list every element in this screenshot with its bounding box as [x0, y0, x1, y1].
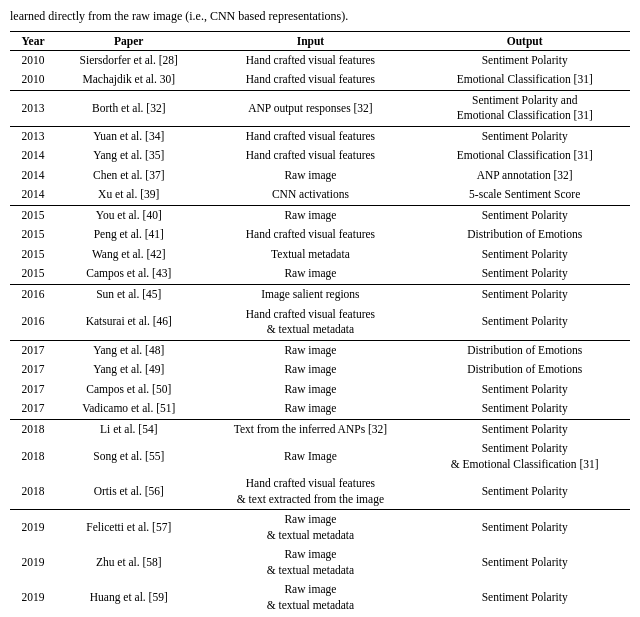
- cell-paper: Xu et al. [39]: [56, 185, 201, 205]
- cell-output: Sentiment Polarity: [419, 126, 630, 146]
- col-header-input: Input: [201, 31, 419, 50]
- cell-output: Distribution of Emotions: [419, 360, 630, 380]
- cell-paper: Ortis et al. [56]: [56, 474, 201, 510]
- cell-paper: Huang et al. [59]: [56, 580, 201, 615]
- cell-output: Sentiment Polarity: [419, 50, 630, 70]
- cell-paper: Campos et al. [43]: [56, 264, 201, 284]
- cell-input: Raw image: [201, 205, 419, 225]
- cell-output: Sentiment Polarity: [419, 474, 630, 510]
- cell-year: 2015: [10, 264, 56, 284]
- cell-input: Image salient regions: [201, 284, 419, 304]
- cell-input: Raw image& textual metadata: [201, 545, 419, 580]
- cell-paper: Sun et al. [45]: [56, 284, 201, 304]
- cell-paper: Campos et al. [50]: [56, 380, 201, 400]
- cell-input: Raw image& textual metadata: [201, 580, 419, 615]
- cell-paper: Song et al. [55]: [56, 439, 201, 474]
- cell-output: Distribution of Emotions: [419, 340, 630, 360]
- cell-input: Textual metadata: [201, 245, 419, 265]
- cell-output: Sentiment Polarity: [419, 205, 630, 225]
- table-row: 2013Borth et al. [32]ANP output response…: [10, 90, 630, 126]
- cell-input: Raw image: [201, 380, 419, 400]
- cell-paper: You et al. [40]: [56, 205, 201, 225]
- cell-year: 2013: [10, 126, 56, 146]
- cell-paper: Felicetti et al. [57]: [56, 510, 201, 546]
- cell-paper: Yang et al. [49]: [56, 360, 201, 380]
- table-row: 2014Chen et al. [37]Raw imageANP annotat…: [10, 166, 630, 186]
- cell-output: 5-scale Sentiment Score: [419, 185, 630, 205]
- cell-output: Sentiment Polarity& Emotional Classifica…: [419, 439, 630, 474]
- cell-year: 2017: [10, 340, 56, 360]
- cell-year: 2015: [10, 225, 56, 245]
- cell-year: 2015: [10, 205, 56, 225]
- cell-paper: Vadicamo et al. [51]: [56, 399, 201, 419]
- cell-paper: Wang et al. [42]: [56, 245, 201, 265]
- table-row: 2019Felicetti et al. [57]Raw image& text…: [10, 510, 630, 546]
- cell-input: Raw image: [201, 360, 419, 380]
- cell-output: Emotional Classification [31]: [419, 146, 630, 166]
- cell-paper: Zhu et al. [58]: [56, 545, 201, 580]
- table-row: 2013Yuan et al. [34]Hand crafted visual …: [10, 126, 630, 146]
- cell-year: 2014: [10, 146, 56, 166]
- table-row: 2017Vadicamo et al. [51]Raw imageSentime…: [10, 399, 630, 419]
- papers-table: Year Paper Input Output 2010Siersdorfer …: [10, 31, 630, 617]
- table-row: 2017Campos et al. [50]Raw imageSentiment…: [10, 380, 630, 400]
- table-row: 2019Zhu et al. [58]Raw image& textual me…: [10, 545, 630, 580]
- table-header-row: Year Paper Input Output: [10, 31, 630, 50]
- cell-year: 2015: [10, 245, 56, 265]
- cell-output: Sentiment Polarity: [419, 580, 630, 615]
- cell-year: 2016: [10, 305, 56, 341]
- cell-paper: Katsurai et al. [46]: [56, 305, 201, 341]
- cell-output: ANP annotation [32]: [419, 166, 630, 186]
- table-row: 2018Li et al. [54]Text from the inferred…: [10, 419, 630, 439]
- cell-input: ANP output responses [32]: [201, 90, 419, 126]
- cell-output: Sentiment Polarity: [419, 510, 630, 546]
- table-row: 2016Sun et al. [45]Image salient regions…: [10, 284, 630, 304]
- cell-year: 2018: [10, 439, 56, 474]
- cell-output: Distribution of Emotions: [419, 225, 630, 245]
- cell-year: 2017: [10, 360, 56, 380]
- cell-input: Hand crafted visual features: [201, 50, 419, 70]
- cell-year: 2018: [10, 419, 56, 439]
- table-row: 2014Xu et al. [39]CNN activations5-scale…: [10, 185, 630, 205]
- table-row: 2016Katsurai et al. [46]Hand crafted vis…: [10, 305, 630, 341]
- cell-year: 2013: [10, 90, 56, 126]
- cell-output: Sentiment Polarity: [419, 399, 630, 419]
- table-row: 2018Ortis et al. [56]Hand crafted visual…: [10, 474, 630, 510]
- table-row: 2019Huang et al. [59]Raw image& textual …: [10, 580, 630, 615]
- cell-input: Raw image: [201, 399, 419, 419]
- table-row: 2018Song et al. [55]Raw ImageSentiment P…: [10, 439, 630, 474]
- cell-paper: Siersdorfer et al. [28]: [56, 50, 201, 70]
- cell-output: Emotional Classification [31]: [419, 70, 630, 90]
- cell-input: Hand crafted visual features: [201, 70, 419, 90]
- cell-output: Sentiment Polarity: [419, 305, 630, 341]
- cell-year: 2010: [10, 70, 56, 90]
- cell-output: Sentiment Polarity: [419, 380, 630, 400]
- table-row: 2010Machajdik et al. 30]Hand crafted vis…: [10, 70, 630, 90]
- cell-input: Raw image& textual metadata: [201, 510, 419, 546]
- table-row: 2017Yang et al. [48]Raw imageDistributio…: [10, 340, 630, 360]
- cell-input: Hand crafted visual features& text extra…: [201, 474, 419, 510]
- cell-input: Raw image: [201, 264, 419, 284]
- cell-year: 2019: [10, 580, 56, 615]
- cell-input: Hand crafted visual features: [201, 146, 419, 166]
- cell-input: Hand crafted visual features: [201, 225, 419, 245]
- cell-input: Hand crafted visual features: [201, 126, 419, 146]
- cell-paper: Machajdik et al. 30]: [56, 70, 201, 90]
- cell-paper: Yang et al. [48]: [56, 340, 201, 360]
- cell-year: 2019: [10, 545, 56, 580]
- cell-output: Sentiment Polarity: [419, 419, 630, 439]
- table-row: 2015Campos et al. [43]Raw imageSentiment…: [10, 264, 630, 284]
- cell-year: 2016: [10, 284, 56, 304]
- cell-input: CNN activations: [201, 185, 419, 205]
- cell-year: 2017: [10, 380, 56, 400]
- intro-text: learned directly from the raw image (i.e…: [10, 8, 630, 25]
- cell-input: Raw image: [201, 340, 419, 360]
- cell-output: Sentiment Polarity: [419, 284, 630, 304]
- cell-paper: Peng et al. [41]: [56, 225, 201, 245]
- cell-year: 2018: [10, 474, 56, 510]
- cell-output: Sentiment Polarity: [419, 545, 630, 580]
- cell-paper: Yuan et al. [34]: [56, 126, 201, 146]
- col-header-paper: Paper: [56, 31, 201, 50]
- cell-input: Hand crafted visual features& textual me…: [201, 305, 419, 341]
- table-row: 2015Peng et al. [41]Hand crafted visual …: [10, 225, 630, 245]
